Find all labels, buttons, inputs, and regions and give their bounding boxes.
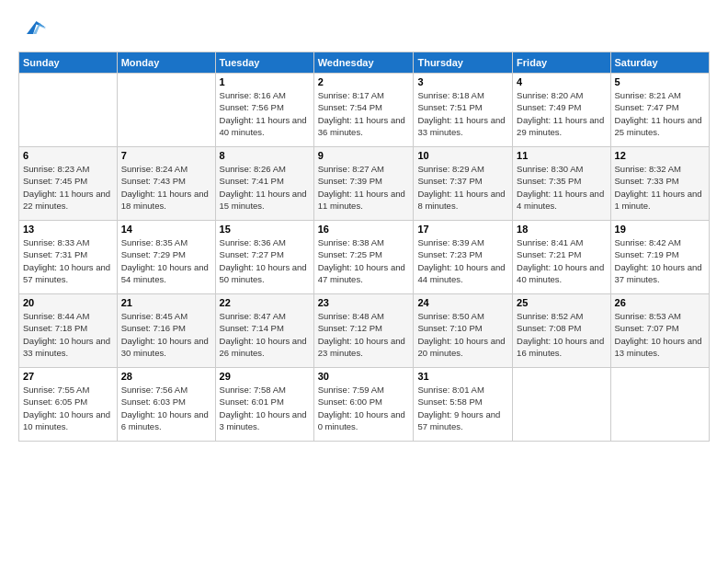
day-info: Sunrise: 7:58 AM Sunset: 6:01 PM Dayligh…	[220, 384, 310, 432]
day-info: Sunrise: 8:38 AM Sunset: 7:25 PM Dayligh…	[318, 236, 410, 285]
day-info: Sunrise: 8:36 AM Sunset: 7:27 PM Dayligh…	[220, 236, 310, 285]
weekday-header-tuesday: Tuesday	[215, 52, 313, 74]
header	[18, 15, 710, 40]
day-info: Sunrise: 8:26 AM Sunset: 7:41 PM Dayligh…	[220, 163, 310, 212]
day-info: Sunrise: 8:53 AM Sunset: 7:07 PM Dayligh…	[615, 310, 705, 359]
calendar-cell: 3Sunrise: 8:18 AM Sunset: 7:51 PM Daylig…	[414, 74, 513, 147]
calendar-cell: 12Sunrise: 8:32 AM Sunset: 7:33 PM Dayli…	[610, 147, 709, 221]
week-row-1: 1Sunrise: 8:16 AM Sunset: 7:56 PM Daylig…	[19, 74, 710, 147]
day-number: 22	[220, 297, 310, 308]
week-row-4: 20Sunrise: 8:44 AM Sunset: 7:18 PM Dayli…	[19, 294, 710, 368]
calendar-cell: 20Sunrise: 8:44 AM Sunset: 7:18 PM Dayli…	[19, 294, 118, 368]
calendar-cell: 25Sunrise: 8:52 AM Sunset: 7:08 PM Dayli…	[513, 294, 610, 368]
day-number: 30	[318, 371, 410, 382]
weekday-header-saturday: Saturday	[610, 52, 709, 74]
calendar-cell: 21Sunrise: 8:45 AM Sunset: 7:16 PM Dayli…	[117, 294, 215, 368]
day-info: Sunrise: 8:41 AM Sunset: 7:21 PM Dayligh…	[517, 236, 606, 285]
weekday-header-wednesday: Wednesday	[313, 52, 414, 74]
calendar-cell	[610, 368, 709, 442]
calendar-cell: 2Sunrise: 8:17 AM Sunset: 7:54 PM Daylig…	[313, 74, 414, 147]
day-number: 31	[417, 371, 508, 382]
calendar-cell: 19Sunrise: 8:42 AM Sunset: 7:19 PM Dayli…	[610, 221, 709, 294]
day-number: 12	[615, 150, 705, 161]
day-number: 25	[517, 297, 606, 308]
day-number: 1	[220, 76, 310, 87]
calendar-cell: 18Sunrise: 8:41 AM Sunset: 7:21 PM Dayli…	[513, 221, 610, 294]
calendar-cell	[513, 368, 610, 442]
day-number: 23	[318, 297, 410, 308]
day-info: Sunrise: 8:52 AM Sunset: 7:08 PM Dayligh…	[517, 310, 606, 359]
day-number: 10	[417, 150, 508, 161]
logo-bird-icon	[20, 15, 46, 40]
calendar-cell	[117, 74, 215, 147]
calendar-cell	[19, 74, 118, 147]
day-info: Sunrise: 8:27 AM Sunset: 7:39 PM Dayligh…	[318, 163, 410, 212]
calendar-cell: 26Sunrise: 8:53 AM Sunset: 7:07 PM Dayli…	[610, 294, 709, 368]
day-info: Sunrise: 8:44 AM Sunset: 7:18 PM Dayligh…	[23, 310, 113, 359]
calendar-cell: 8Sunrise: 8:26 AM Sunset: 7:41 PM Daylig…	[215, 147, 313, 221]
day-info: Sunrise: 8:24 AM Sunset: 7:43 PM Dayligh…	[121, 163, 211, 212]
calendar-cell: 6Sunrise: 8:23 AM Sunset: 7:45 PM Daylig…	[19, 147, 118, 221]
day-number: 16	[318, 224, 410, 235]
day-number: 26	[615, 297, 705, 308]
day-number: 7	[121, 150, 211, 161]
weekday-header-thursday: Thursday	[414, 52, 513, 74]
day-number: 6	[23, 150, 113, 161]
day-info: Sunrise: 8:39 AM Sunset: 7:23 PM Dayligh…	[417, 236, 508, 285]
page: SundayMondayTuesdayWednesdayThursdayFrid…	[0, 0, 728, 563]
calendar-cell: 28Sunrise: 7:56 AM Sunset: 6:03 PM Dayli…	[117, 368, 215, 442]
day-number: 15	[220, 224, 310, 235]
day-number: 29	[220, 371, 310, 382]
calendar-cell: 15Sunrise: 8:36 AM Sunset: 7:27 PM Dayli…	[215, 221, 313, 294]
day-number: 19	[615, 224, 705, 235]
day-info: Sunrise: 8:16 AM Sunset: 7:56 PM Dayligh…	[220, 89, 310, 138]
weekday-header-monday: Monday	[117, 52, 215, 74]
calendar-cell: 17Sunrise: 8:39 AM Sunset: 7:23 PM Dayli…	[414, 221, 513, 294]
calendar-cell: 13Sunrise: 8:33 AM Sunset: 7:31 PM Dayli…	[19, 221, 118, 294]
day-number: 18	[517, 224, 606, 235]
calendar-cell: 7Sunrise: 8:24 AM Sunset: 7:43 PM Daylig…	[117, 147, 215, 221]
day-number: 2	[318, 76, 410, 87]
day-number: 28	[121, 371, 211, 382]
calendar-cell: 11Sunrise: 8:30 AM Sunset: 7:35 PM Dayli…	[513, 147, 610, 221]
day-number: 8	[220, 150, 310, 161]
day-number: 17	[417, 224, 508, 235]
day-info: Sunrise: 8:17 AM Sunset: 7:54 PM Dayligh…	[318, 89, 410, 138]
day-info: Sunrise: 7:55 AM Sunset: 6:05 PM Dayligh…	[23, 384, 113, 432]
day-number: 4	[517, 76, 606, 87]
week-row-5: 27Sunrise: 7:55 AM Sunset: 6:05 PM Dayli…	[19, 368, 710, 442]
day-number: 13	[23, 224, 113, 235]
day-number: 14	[121, 224, 211, 235]
day-number: 9	[318, 150, 410, 161]
calendar-cell: 4Sunrise: 8:20 AM Sunset: 7:49 PM Daylig…	[513, 74, 610, 147]
day-info: Sunrise: 7:56 AM Sunset: 6:03 PM Dayligh…	[121, 384, 211, 432]
calendar-table: SundayMondayTuesdayWednesdayThursdayFrid…	[18, 52, 710, 442]
day-number: 27	[23, 371, 113, 382]
day-number: 11	[517, 150, 606, 161]
day-info: Sunrise: 8:50 AM Sunset: 7:10 PM Dayligh…	[417, 310, 508, 359]
logo	[18, 15, 46, 40]
calendar-cell: 23Sunrise: 8:48 AM Sunset: 7:12 PM Dayli…	[313, 294, 414, 368]
day-info: Sunrise: 8:20 AM Sunset: 7:49 PM Dayligh…	[517, 89, 606, 138]
calendar-cell: 24Sunrise: 8:50 AM Sunset: 7:10 PM Dayli…	[414, 294, 513, 368]
week-row-3: 13Sunrise: 8:33 AM Sunset: 7:31 PM Dayli…	[19, 221, 710, 294]
day-info: Sunrise: 8:18 AM Sunset: 7:51 PM Dayligh…	[417, 89, 508, 138]
day-number: 21	[121, 297, 211, 308]
day-info: Sunrise: 8:29 AM Sunset: 7:37 PM Dayligh…	[417, 163, 508, 212]
day-info: Sunrise: 8:47 AM Sunset: 7:14 PM Dayligh…	[220, 310, 310, 359]
calendar-cell: 14Sunrise: 8:35 AM Sunset: 7:29 PM Dayli…	[117, 221, 215, 294]
day-info: Sunrise: 8:01 AM Sunset: 5:58 PM Dayligh…	[417, 384, 508, 432]
calendar-cell: 10Sunrise: 8:29 AM Sunset: 7:37 PM Dayli…	[414, 147, 513, 221]
day-info: Sunrise: 7:59 AM Sunset: 6:00 PM Dayligh…	[318, 384, 410, 432]
calendar-cell: 29Sunrise: 7:58 AM Sunset: 6:01 PM Dayli…	[215, 368, 313, 442]
day-info: Sunrise: 8:30 AM Sunset: 7:35 PM Dayligh…	[517, 163, 606, 212]
calendar-cell: 5Sunrise: 8:21 AM Sunset: 7:47 PM Daylig…	[610, 74, 709, 147]
week-row-2: 6Sunrise: 8:23 AM Sunset: 7:45 PM Daylig…	[19, 147, 710, 221]
day-info: Sunrise: 8:23 AM Sunset: 7:45 PM Dayligh…	[23, 163, 113, 212]
day-info: Sunrise: 8:45 AM Sunset: 7:16 PM Dayligh…	[121, 310, 211, 359]
calendar-cell: 1Sunrise: 8:16 AM Sunset: 7:56 PM Daylig…	[215, 74, 313, 147]
day-number: 20	[23, 297, 113, 308]
day-info: Sunrise: 8:42 AM Sunset: 7:19 PM Dayligh…	[615, 236, 705, 285]
calendar-cell: 27Sunrise: 7:55 AM Sunset: 6:05 PM Dayli…	[19, 368, 118, 442]
day-info: Sunrise: 8:35 AM Sunset: 7:29 PM Dayligh…	[121, 236, 211, 285]
